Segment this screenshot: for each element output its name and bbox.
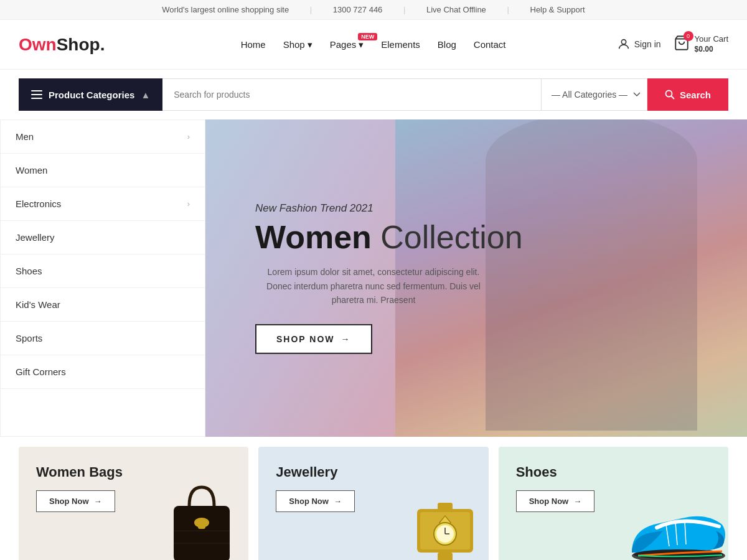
promo-bags-shop-now[interactable]: Shop Now → xyxy=(36,490,115,512)
hero-desc: Lorem ipsum dolor sit amet, consectetur … xyxy=(255,265,492,307)
category-gift-corners[interactable]: Gift Corners xyxy=(1,355,205,389)
hero-content: New Fashion Trend 2021 Women Collection … xyxy=(255,202,523,354)
header-actions: Sign in 0 Your Cart $0.00 xyxy=(617,34,728,54)
user-icon xyxy=(617,37,631,51)
category-shoes[interactable]: Shoes xyxy=(1,254,205,288)
svg-rect-7 xyxy=(174,506,230,560)
svg-rect-20 xyxy=(438,503,453,511)
svg-point-5 xyxy=(665,91,672,97)
bag-image xyxy=(161,472,242,560)
menu-icon xyxy=(31,90,42,99)
phone: 1300 727 446 xyxy=(333,5,383,14)
search-btn-label: Search xyxy=(680,90,711,100)
category-toggle[interactable]: Product Categories ▲ xyxy=(19,78,162,111)
search-icon xyxy=(665,90,675,100)
category-jewellery[interactable]: Jewellery xyxy=(1,221,205,254)
nav-blog[interactable]: Blog xyxy=(438,39,456,50)
hero-subtitle: New Fashion Trend 2021 xyxy=(255,202,523,215)
svg-rect-3 xyxy=(31,94,42,95)
jewellery-image xyxy=(408,472,482,560)
svg-point-0 xyxy=(621,40,626,44)
search-button[interactable]: Search xyxy=(647,78,728,111)
cart-label: Your Cart xyxy=(695,34,728,44)
new-badge: NEW xyxy=(358,33,377,40)
sign-in-label: Sign in xyxy=(634,39,661,49)
promo-bags-title: Women Bags xyxy=(36,464,123,480)
svg-rect-4 xyxy=(31,98,42,99)
main-layout: Men › Women Electronics › Jewellery Shoe… xyxy=(0,119,747,437)
category-sidebar: Men › Women Electronics › Jewellery Shoe… xyxy=(0,119,205,437)
svg-rect-21 xyxy=(438,553,453,560)
search-section: Product Categories ▲ — All Categories — … xyxy=(0,70,747,119)
promo-jewellery-title: Jewellery xyxy=(276,464,355,480)
nav-home[interactable]: Home xyxy=(241,39,266,50)
promo-card-shoes: Shoes Shop Now → xyxy=(499,447,728,560)
cart-count: 0 xyxy=(684,31,693,41)
cart-button[interactable]: 0 Your Cart $0.00 xyxy=(674,34,728,54)
svg-rect-2 xyxy=(31,90,42,91)
category-women[interactable]: Women xyxy=(1,154,205,187)
cart-amount: $0.00 xyxy=(695,45,728,55)
svg-rect-9 xyxy=(198,523,205,529)
hero-title-bold: Women xyxy=(255,219,372,255)
logo[interactable]: OwnShop. xyxy=(19,35,105,55)
category-men[interactable]: Men › xyxy=(1,120,205,154)
tagline: World's largest online shopping site xyxy=(162,5,289,14)
hero-cta-label: SHOP NOW xyxy=(276,334,335,344)
promo-card-bags: Women Bags Shop Now → xyxy=(19,447,248,560)
category-select[interactable]: — All Categories — xyxy=(541,79,647,110)
nav-pages[interactable]: Pages ▾ NEW xyxy=(330,39,364,50)
live-chat: Live Chat Offline xyxy=(426,5,486,14)
help-support: Help & Support xyxy=(530,5,585,14)
hero-banner: New Fashion Trend 2021 Women Collection … xyxy=(205,119,747,437)
search-input[interactable] xyxy=(162,79,541,110)
category-electronics[interactable]: Electronics › xyxy=(1,187,205,221)
logo-shop: Shop. xyxy=(57,35,105,54)
promo-shoes-title: Shoes xyxy=(516,464,595,480)
sign-in-button[interactable]: Sign in xyxy=(617,37,661,51)
hero-cta-button[interactable]: SHOP NOW → xyxy=(255,324,372,354)
search-input-wrap: — All Categories — xyxy=(162,78,647,111)
category-toggle-label: Product Categories xyxy=(49,90,134,100)
hero-title-light: Collection xyxy=(372,219,523,255)
promo-jewellery-shop-now[interactable]: Shop Now → xyxy=(276,490,355,512)
svg-line-6 xyxy=(671,96,674,100)
chevron-right-icon: › xyxy=(187,132,190,141)
promo-section: Women Bags Shop Now → Jew xyxy=(0,447,747,560)
shoe-image xyxy=(626,484,728,560)
top-bar: World's largest online shopping site | 1… xyxy=(0,0,747,20)
hero-cta-arrow: → xyxy=(341,334,351,344)
nav-contact[interactable]: Contact xyxy=(474,39,506,50)
logo-own: Own xyxy=(19,35,57,54)
nav-elements[interactable]: Elements xyxy=(381,39,420,50)
category-sports[interactable]: Sports xyxy=(1,322,205,355)
header: OwnShop. Home Shop ▾ Pages ▾ NEW Element… xyxy=(0,20,747,70)
nav-shop[interactable]: Shop ▾ xyxy=(283,39,312,50)
main-nav: Home Shop ▾ Pages ▾ NEW Elements Blog Co… xyxy=(129,39,616,50)
promo-card-jewellery: Jewellery Shop Now → xyxy=(258,447,488,560)
hero-title: Women Collection xyxy=(255,220,523,255)
category-kids-wear[interactable]: Kid's Wear xyxy=(1,288,205,322)
chevron-right-icon: › xyxy=(187,199,190,208)
toggle-chevron: ▲ xyxy=(141,90,150,100)
promo-shoes-shop-now[interactable]: Shop Now → xyxy=(516,490,595,512)
